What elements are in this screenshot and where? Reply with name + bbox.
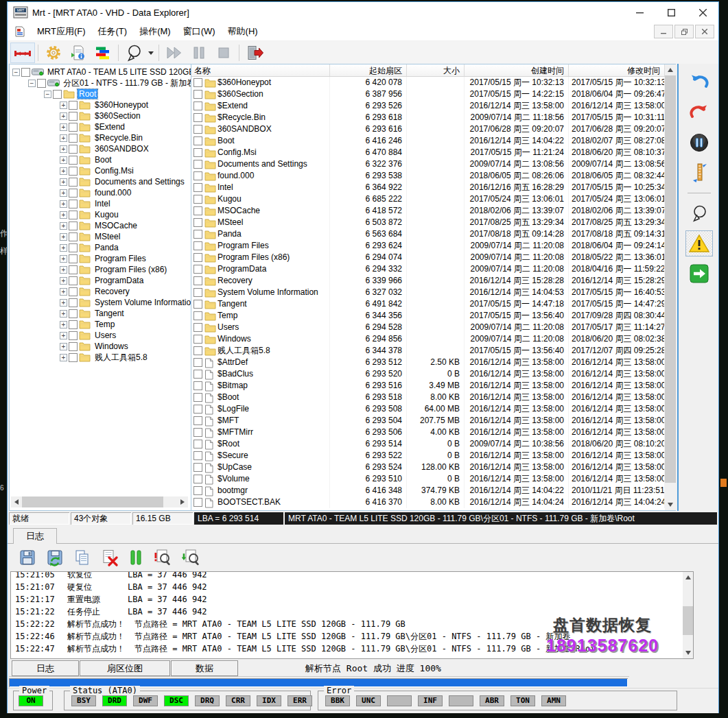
tree-node-folder[interactable]: +Program Files (x86) (10, 264, 191, 275)
row-checkbox[interactable] (193, 393, 202, 402)
expand-icon[interactable]: + (60, 321, 67, 328)
table-row[interactable]: $AttrDef6 293 5122.50 KB2016/12/14 周三 13… (191, 357, 676, 368)
row-checkbox[interactable] (193, 265, 202, 274)
tree-checkbox[interactable] (69, 134, 78, 143)
tree-node-label[interactable]: ProgramData (93, 276, 145, 285)
tree-checkbox[interactable] (69, 112, 78, 121)
tree-node-folder[interactable]: +Windows (10, 341, 191, 352)
tab-data[interactable]: 数据 (171, 660, 238, 676)
tree-checkbox[interactable] (69, 200, 78, 208)
table-row[interactable]: Panda6 563 6842017/08/18 周五 09:14:282017… (191, 228, 676, 240)
menu-item-1[interactable]: 任务(T) (92, 23, 134, 40)
table-row[interactable]: System Volume Information6 327 0322016/1… (191, 287, 676, 298)
table-row[interactable]: $360Section6 387 9562017/05/15 周一 14:22:… (191, 88, 676, 100)
tree-node-folder[interactable]: +Panda (10, 242, 191, 253)
tree-node-folder[interactable]: +Boot (10, 154, 191, 165)
row-checkbox[interactable] (193, 346, 202, 355)
tree-checkbox[interactable] (69, 178, 78, 187)
table-row[interactable]: ProgramData6 294 3322009/07/14 周二 11:20:… (191, 263, 676, 275)
table-row[interactable]: Tangent6 491 8422017/05/15 周一 14:47:1820… (191, 298, 676, 310)
table-row[interactable]: $Extend6 293 5262016/12/14 周三 13:58:0020… (191, 100, 676, 112)
maximize-button[interactable] (655, 2, 687, 23)
tree-node-label[interactable]: Kugou (93, 210, 120, 219)
table-row[interactable]: found.0006 293 5382018/06/05 周二 08:26:06… (191, 170, 676, 182)
tree-node-label[interactable]: Windows (93, 342, 130, 351)
expand-icon[interactable]: + (60, 277, 67, 285)
tree-checkbox[interactable] (69, 156, 78, 165)
row-checkbox[interactable] (193, 463, 202, 472)
table-row[interactable]: $Secure6 293 5220 B2016/12/14 周三 13:58:0… (191, 450, 676, 462)
table-row[interactable]: Kugou6 685 2222017/05/24 周三 13:06:012017… (191, 193, 676, 205)
column-header[interactable]: 起始扇区 (330, 64, 407, 76)
scroll-right-arrow[interactable] (177, 496, 188, 507)
table-row[interactable]: $UpCase6 293 524128.00 KB2016/12/14 周三 1… (191, 462, 676, 473)
tree-node-folder[interactable]: +MSOCache (10, 220, 191, 231)
pause-green-button[interactable] (128, 549, 143, 566)
expand-icon[interactable]: + (60, 354, 67, 361)
tree-node-folder[interactable]: +MSteel (10, 231, 191, 242)
mdi-minimize-button[interactable] (654, 25, 673, 38)
row-checkbox[interactable] (193, 440, 202, 448)
tree-node-folder[interactable]: +Documents and Settings (10, 176, 191, 187)
row-checkbox[interactable] (193, 195, 202, 204)
table-row[interactable]: Documents and Settings6 322 3762009/07/1… (191, 158, 676, 170)
row-checkbox[interactable] (193, 311, 202, 320)
table-row[interactable]: BOOTSECT.BAK6 416 3708.00 KB2016/12/14 周… (191, 496, 676, 508)
tree-node-label[interactable]: $Recycle.Bin (93, 133, 144, 143)
tree-node-label[interactable]: Intel (93, 199, 112, 208)
table-row[interactable]: Recovery6 339 9662016/12/14 周三 15:28:282… (191, 275, 676, 287)
row-checkbox[interactable] (193, 288, 202, 297)
row-checkbox[interactable] (193, 370, 202, 379)
expand-icon[interactable]: + (60, 332, 67, 339)
mdi-restore-button[interactable] (674, 25, 694, 38)
table-row[interactable]: $MFT6 293 504207.75 MB2016/12/14 周三 13:5… (191, 415, 676, 427)
expand-icon[interactable]: + (60, 134, 67, 142)
table-row[interactable]: Temp6 344 3562017/05/15 周一 13:56:402017/… (191, 310, 676, 322)
tree-node-folder[interactable]: +Recovery (10, 286, 191, 297)
table-row[interactable]: $BadClus6 293 5200 B2016/12/14 周三 13:58:… (191, 368, 676, 380)
menu-item-4[interactable]: 帮助(H) (222, 23, 264, 40)
expand-icon[interactable]: + (60, 244, 67, 252)
expand-icon[interactable]: + (60, 156, 67, 164)
tree-checkbox[interactable] (21, 68, 30, 77)
row-checkbox[interactable] (193, 125, 202, 134)
scrollbar-thumb[interactable] (665, 75, 676, 483)
row-checkbox[interactable] (193, 300, 202, 309)
expand-icon[interactable]: + (60, 145, 67, 153)
tree-node-label[interactable]: Users (93, 331, 117, 340)
collapse-icon[interactable]: − (12, 69, 20, 76)
warning-button[interactable] (685, 230, 713, 256)
scrollbar-thumb[interactable] (22, 496, 163, 507)
exit-button[interactable] (242, 43, 267, 63)
parse-button[interactable] (685, 200, 713, 226)
row-checkbox[interactable] (193, 241, 202, 250)
table-row[interactable]: 360SANDBOX6 293 6162017/06/28 周三 09:20:0… (191, 123, 676, 135)
tree-node-label[interactable]: Program Files (93, 254, 148, 263)
menu-item-0[interactable]: MRT应用(F) (31, 23, 92, 40)
expand-icon[interactable]: + (60, 288, 67, 296)
row-checkbox[interactable] (193, 230, 202, 239)
tree-node-label[interactable]: 360SANDBOX (93, 144, 150, 154)
table-row[interactable]: 贱人工具箱5.86 344 3782017/05/15 周一 13:56:402… (191, 345, 676, 357)
tree-checkbox[interactable] (69, 232, 78, 241)
expand-icon[interactable]: + (60, 233, 67, 241)
scroll-up-arrow[interactable] (683, 572, 693, 583)
tree-node-folder[interactable]: +$Extend (10, 121, 191, 132)
tree-node-folder[interactable]: +Kugou (10, 209, 191, 220)
parse-button[interactable] (121, 43, 146, 63)
pause-circle-button[interactable] (685, 130, 713, 156)
tree-node-folder[interactable]: +ProgramData (10, 275, 191, 286)
tree-node-label[interactable]: Program Files (x86) (93, 265, 168, 274)
table-row[interactable]: Config.Msi6 470 8842017/05/15 周一 11:21:2… (191, 147, 676, 158)
row-checkbox[interactable] (193, 486, 202, 495)
tree-checkbox[interactable] (69, 123, 78, 132)
log-vertical-scrollbar[interactable] (683, 572, 693, 658)
save-sync-button[interactable] (46, 549, 64, 566)
tree-checkbox[interactable] (69, 309, 78, 318)
tree-node-label[interactable]: MSteel (93, 232, 121, 241)
tree-checkbox[interactable] (69, 276, 78, 285)
tree-node-folder[interactable]: +Tangent (10, 308, 191, 319)
row-checkbox[interactable] (193, 253, 202, 262)
expand-icon[interactable]: + (60, 211, 67, 219)
go-button[interactable] (685, 261, 713, 287)
